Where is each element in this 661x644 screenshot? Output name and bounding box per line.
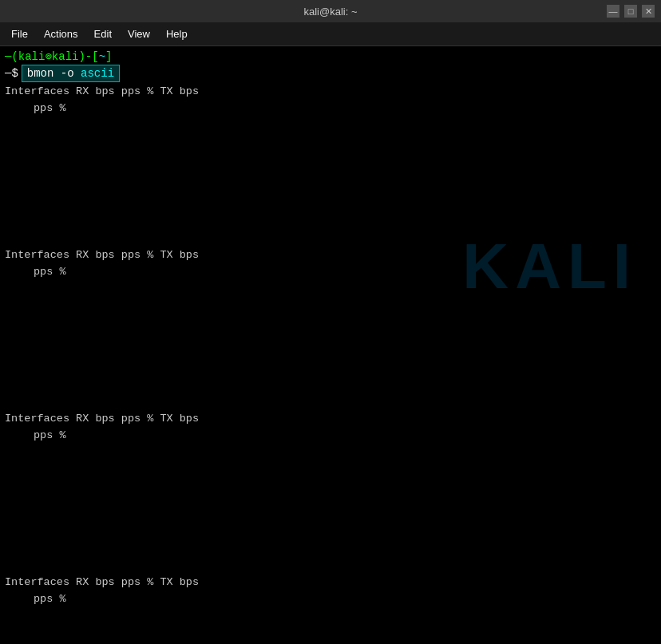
qdisc-noqueue-sub-3: 0 xyxy=(5,493,656,510)
section-4: Interfaces RX bps pps % TX bps pps % xyxy=(5,575,656,607)
qdisc-pfifo-3: qdisc none (pfifo_fast) 0 0 0 xyxy=(5,542,656,559)
lo-sub-2: 0 xyxy=(5,297,656,314)
qdisc-noqueue-sub-1: 0 xyxy=(5,166,656,183)
lo-sub-3: 0 xyxy=(5,460,656,477)
qdisc-noqueue-1: qdisc none (noqueue) 0 0 0 xyxy=(5,149,656,166)
subheader-2: pps % xyxy=(5,264,656,281)
header-2: Interfaces RX bps pps % TX bps xyxy=(5,247,656,264)
eth0-sub-3: 0 xyxy=(5,526,656,543)
terminal-window: kali@kali: ~ — □ ✕ File Actions Edit Vie… xyxy=(0,0,661,644)
eth0-2: eth0 0 0 0 xyxy=(5,346,656,362)
window-controls: — □ ✕ xyxy=(607,5,655,18)
eth0-sub-1: 0 xyxy=(5,199,656,215)
command-arg: ascii xyxy=(81,67,114,80)
title-bar: kali@kali: ~ — □ ✕ xyxy=(0,0,661,22)
subheader-4: pps % xyxy=(5,591,656,608)
qdisc-pfifo-1: qdisc none (pfifo_fast) 0 0 0 xyxy=(5,215,656,231)
eth0-sub-2: 0 xyxy=(5,362,656,379)
menu-edit[interactable]: Edit xyxy=(86,25,120,43)
lo-2: lo 0 0 0 xyxy=(5,280,656,297)
lo-3: lo 0 0 0 xyxy=(5,444,656,460)
lo-sub-1: 0 xyxy=(5,133,656,150)
qdisc-noqueue-2: qdisc none (noqueue) 0 0 0 xyxy=(5,313,656,330)
header-4: Interfaces RX bps pps % TX bps xyxy=(5,575,656,591)
qdisc-pfifo-sub-1: 0 xyxy=(5,231,656,248)
qdisc-pfifo-2: qdisc none (pfifo_fast) 0 0 0 xyxy=(5,378,656,395)
command-input[interactable]: bmon -o ascii xyxy=(22,65,120,82)
maximize-button[interactable]: □ xyxy=(624,5,637,18)
close-button[interactable]: ✕ xyxy=(642,5,655,18)
window-title: kali@kali: ~ xyxy=(54,6,607,18)
prompt-user-line: ─(kali⊚kali)-[~] xyxy=(5,49,656,63)
terminal-body[interactable]: ─(kali⊚kali)-[~] ─$ bmon -o ascii KALI I… xyxy=(0,46,661,644)
section-1: Interfaces RX bps pps % TX bps pps % lo … xyxy=(5,84,656,247)
eth0-3: eth0 0 0 0 xyxy=(5,509,656,526)
qdisc-noqueue-3: qdisc none (noqueue) 0 0 0 xyxy=(5,476,656,493)
header-3: Interfaces RX bps pps % TX bps xyxy=(5,411,656,428)
qdisc-noqueue-sub-2: 0 xyxy=(5,330,656,346)
command-line: ─$ bmon -o ascii xyxy=(5,65,656,82)
subheader-1: pps % xyxy=(5,101,656,117)
eth0-1: eth0 0 0 0 xyxy=(5,182,656,199)
subheader-3: pps % xyxy=(5,428,656,444)
section-3: Interfaces RX bps pps % TX bps pps % lo … xyxy=(5,411,656,575)
qdisc-pfifo-sub-2: 0 xyxy=(5,395,656,412)
lo-1: lo 0 0 0 xyxy=(5,117,656,133)
menu-file[interactable]: File xyxy=(3,25,36,43)
command-text: bmon -o xyxy=(27,67,81,80)
menu-view[interactable]: View xyxy=(120,25,158,43)
menu-bar: File Actions Edit View Help xyxy=(0,22,661,46)
qdisc-pfifo-sub-3: 0 xyxy=(5,559,656,575)
menu-help[interactable]: Help xyxy=(158,25,196,43)
dollar-sign: ─$ xyxy=(5,67,18,80)
header-1: Interfaces RX bps pps % TX bps xyxy=(5,84,656,101)
minimize-button[interactable]: — xyxy=(607,5,619,18)
prompt-text: ─(kali⊚kali)-[~] xyxy=(5,49,112,63)
section-2: Interfaces RX bps pps % TX bps pps % lo … xyxy=(5,247,656,411)
menu-actions[interactable]: Actions xyxy=(36,25,86,43)
